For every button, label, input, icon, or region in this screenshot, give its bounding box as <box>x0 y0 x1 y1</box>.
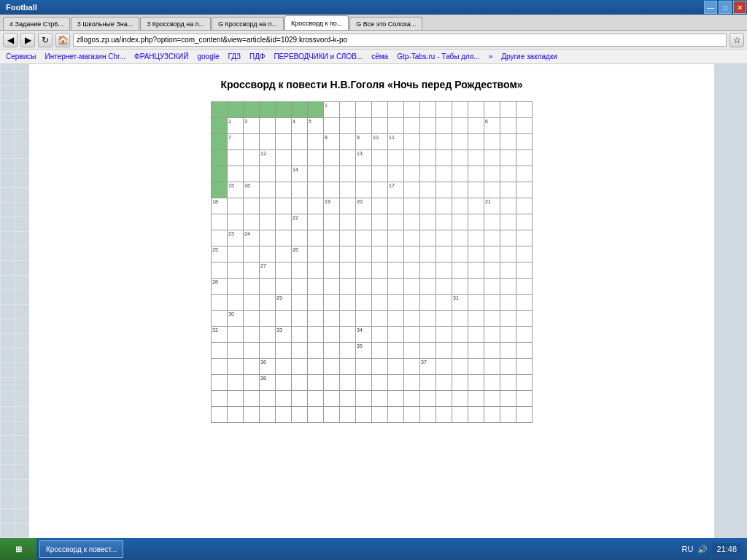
cell-17-6[interactable] <box>308 375 324 391</box>
cell-13-3[interactable] <box>260 311 276 327</box>
cell-11-10[interactable] <box>372 279 388 295</box>
cell-2-11[interactable]: 11 <box>388 134 404 150</box>
cell-11-4[interactable] <box>276 279 292 295</box>
cell-15-11[interactable] <box>388 343 404 359</box>
cell-18-16[interactable] <box>468 391 484 407</box>
cell-15-18[interactable] <box>500 343 516 359</box>
cell-14-5[interactable] <box>292 327 308 343</box>
cell-5-18[interactable] <box>500 182 516 198</box>
cell-1-18[interactable] <box>500 118 516 134</box>
cell-18-12[interactable] <box>404 391 420 407</box>
cell-15-14[interactable] <box>436 343 452 359</box>
home-button[interactable]: 🏠 <box>55 33 70 47</box>
cell-2-19[interactable] <box>516 134 533 150</box>
cell-18-0[interactable] <box>212 391 228 407</box>
cell-17-16[interactable] <box>468 375 484 391</box>
cell-3-15[interactable] <box>452 150 468 166</box>
cell-0-19[interactable] <box>516 102 533 118</box>
cell-1-1[interactable]: 2 <box>228 118 244 134</box>
cell-5-4[interactable] <box>276 182 292 198</box>
cell-11-8[interactable] <box>340 279 356 295</box>
cell-16-2[interactable] <box>244 359 260 375</box>
cell-2-4[interactable] <box>276 134 292 150</box>
cell-0-0[interactable] <box>212 102 228 118</box>
cell-7-4[interactable] <box>276 214 292 230</box>
cell-19-3[interactable] <box>260 407 276 423</box>
tab-4[interactable]: G Кроссворд на п... <box>212 17 284 30</box>
cell-7-18[interactable] <box>500 214 516 230</box>
cell-9-19[interactable] <box>516 246 533 262</box>
cell-4-9[interactable] <box>356 166 372 182</box>
cell-14-18[interactable] <box>500 327 516 343</box>
cell-8-5[interactable] <box>292 230 308 246</box>
cell-17-17[interactable] <box>484 375 500 391</box>
cell-11-0[interactable]: 28 <box>212 279 228 295</box>
cell-10-6[interactable] <box>308 262 324 279</box>
cell-3-19[interactable] <box>516 150 533 166</box>
cell-12-6[interactable] <box>308 295 324 311</box>
cell-9-10[interactable] <box>372 246 388 262</box>
cell-18-4[interactable] <box>276 391 292 407</box>
cell-10-8[interactable] <box>340 262 356 279</box>
cell-9-1[interactable] <box>228 246 244 262</box>
cell-4-12[interactable] <box>404 166 420 182</box>
cell-15-7[interactable] <box>324 343 340 359</box>
cell-3-9[interactable]: 13 <box>356 150 372 166</box>
cell-9-5[interactable]: 26 <box>292 246 308 262</box>
cell-1-15[interactable] <box>452 118 468 134</box>
cell-15-17[interactable] <box>484 343 500 359</box>
cell-12-14[interactable] <box>436 295 452 311</box>
cell-9-2[interactable] <box>244 246 260 262</box>
cell-11-9[interactable] <box>356 279 372 295</box>
cell-3-7[interactable] <box>324 150 340 166</box>
cell-18-11[interactable] <box>388 391 404 407</box>
cell-10-11[interactable] <box>388 262 404 279</box>
cell-10-15[interactable] <box>452 262 468 279</box>
bookmark-shop[interactable]: Интернет-магазин Chr... <box>42 52 128 61</box>
cell-19-4[interactable] <box>276 407 292 423</box>
cell-15-6[interactable] <box>308 343 324 359</box>
cell-6-15[interactable] <box>452 198 468 214</box>
cell-6-5[interactable] <box>292 198 308 214</box>
cell-19-15[interactable] <box>452 407 468 423</box>
cell-4-8[interactable] <box>340 166 356 182</box>
cell-18-13[interactable] <box>420 391 436 407</box>
cell-12-10[interactable] <box>372 295 388 311</box>
cell-13-19[interactable] <box>516 311 533 327</box>
cell-18-15[interactable] <box>452 391 468 407</box>
cell-8-3[interactable] <box>260 230 276 246</box>
cell-8-16[interactable] <box>468 230 484 246</box>
cell-5-3[interactable] <box>260 182 276 198</box>
taskbar-item-1[interactable]: Кроссворд к повест... <box>39 540 123 558</box>
cell-5-13[interactable] <box>420 182 436 198</box>
cell-19-7[interactable] <box>324 407 340 423</box>
cell-7-3[interactable] <box>260 214 276 230</box>
cell-4-7[interactable] <box>324 166 340 182</box>
cell-18-9[interactable] <box>356 391 372 407</box>
cell-4-3[interactable] <box>260 166 276 182</box>
cell-16-5[interactable] <box>292 359 308 375</box>
cell-16-15[interactable] <box>452 359 468 375</box>
cell-6-12[interactable] <box>404 198 420 214</box>
cell-2-12[interactable] <box>404 134 420 150</box>
cell-3-6[interactable] <box>308 150 324 166</box>
cell-17-3[interactable]: 38 <box>260 375 276 391</box>
cell-7-7[interactable] <box>324 214 340 230</box>
cell-3-5[interactable] <box>292 150 308 166</box>
cell-0-2[interactable] <box>244 102 260 118</box>
cell-3-11[interactable] <box>388 150 404 166</box>
cell-16-0[interactable] <box>212 359 228 375</box>
cell-13-2[interactable] <box>244 311 260 327</box>
cell-14-19[interactable] <box>516 327 533 343</box>
cell-15-10[interactable] <box>372 343 388 359</box>
cell-9-9[interactable] <box>356 246 372 262</box>
cell-8-8[interactable] <box>340 230 356 246</box>
cell-19-16[interactable] <box>468 407 484 423</box>
cell-0-12[interactable] <box>404 102 420 118</box>
cell-6-4[interactable] <box>276 198 292 214</box>
cell-6-6[interactable] <box>308 198 324 214</box>
cell-10-9[interactable] <box>356 262 372 279</box>
cell-1-2[interactable]: 3 <box>244 118 260 134</box>
cell-13-13[interactable] <box>420 311 436 327</box>
cell-10-14[interactable] <box>436 262 452 279</box>
